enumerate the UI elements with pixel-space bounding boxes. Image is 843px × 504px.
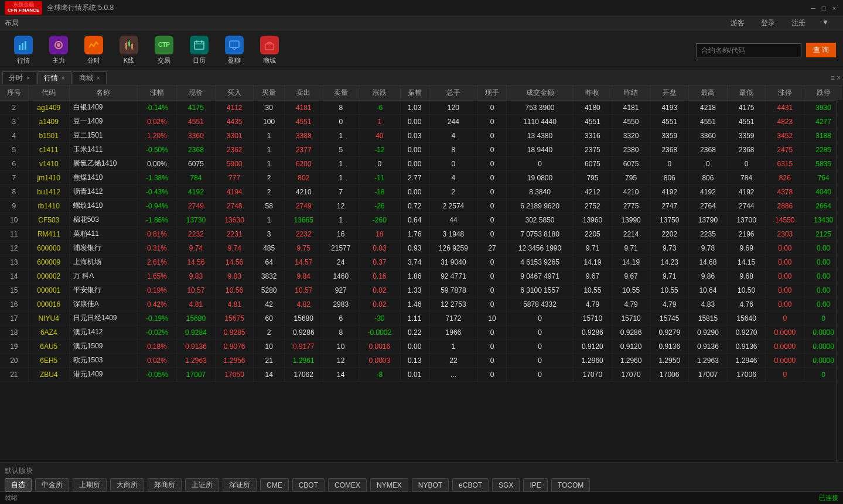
block-btn-ipe[interactable]: IPE [523, 478, 547, 492]
cell-16: 15745 [650, 311, 689, 325]
cell-17: 0.9136 [689, 340, 728, 354]
block-btn-shangQiSuo[interactable]: 上期所 [73, 478, 107, 492]
search-button[interactable]: 查 询 [806, 43, 836, 57]
block-btn-comex[interactable]: COMEX [328, 478, 367, 492]
col-header-17[interactable]: 最高 [689, 85, 728, 101]
table-row[interactable]: 5c1411玉米1411-0.50%23682362123775-120.008… [0, 143, 843, 157]
table-row[interactable]: 3a1409豆一14090.02%455144351004551010.0024… [0, 115, 843, 129]
col-header-19[interactable]: 涨停 [766, 85, 804, 101]
toolbar-item-chat[interactable]: 盈聊 [218, 33, 251, 68]
table-row[interactable]: 16000016深康佳A0.42%4.814.81424.8229830.021… [0, 297, 843, 311]
table-row[interactable]: 17NIYU4日元日经1409-0.19%156801567560156806-… [0, 311, 843, 325]
block-btn-shenZhengSuo[interactable]: 深证所 [223, 478, 257, 492]
cell-16: 17006 [650, 368, 689, 382]
cell-12: 0 [478, 297, 507, 311]
tab-tools[interactable]: ≡ × [831, 74, 841, 82]
tab-market-close[interactable]: × [62, 75, 65, 81]
block-btn-tocom[interactable]: TOCOM [551, 478, 590, 492]
tab-shop-close[interactable]: × [97, 75, 100, 81]
col-header-3[interactable]: 涨幅 [137, 85, 176, 101]
block-btn-ecbot[interactable]: eCBOT [452, 478, 489, 492]
tab-shop[interactable]: 商城 × [73, 71, 107, 84]
toolbar-item-calendar[interactable]: 日历 [183, 33, 216, 68]
table-row[interactable]: 196AU5澳元15090.18%0.91360.9076100.9177100… [0, 340, 843, 354]
cell-8: 12 [323, 354, 359, 368]
col-header-14[interactable]: 昨收 [574, 85, 612, 101]
cell-19: 14550 [766, 213, 804, 227]
block-btn-zhongJinSuo[interactable]: 中金所 [35, 478, 69, 492]
menu-login[interactable]: 登录 [761, 18, 775, 28]
block-btn-nymex[interactable]: NYMEX [370, 478, 408, 492]
toolbar-item-shop[interactable]: 商城 [253, 33, 286, 68]
menu-guest[interactable]: 游客 [731, 18, 745, 28]
col-header-8[interactable]: 卖量 [323, 85, 359, 101]
table-row[interactable]: 13600009上海机场2.61%14.5614.566414.57240.37… [0, 255, 843, 269]
cell-19: 4431 [766, 101, 804, 115]
table-row[interactable]: 11RM411菜粕4110.81%223222313223216181.763 … [0, 227, 843, 241]
block-btn-daShangSuo[interactable]: 大商所 [110, 478, 144, 492]
cell-13: 0 [506, 340, 573, 354]
col-header-4[interactable]: 现价 [177, 85, 216, 101]
col-header-6[interactable]: 买量 [254, 85, 284, 101]
toolbar-item-main[interactable]: 主力 [42, 33, 75, 68]
table-row[interactable]: 186AZ4澳元1412-0.02%0.92840.928520.92868-0… [0, 325, 843, 340]
col-header-9[interactable]: 涨跌 [359, 85, 400, 101]
calendar-icon [190, 36, 209, 54]
search-input[interactable] [696, 43, 801, 57]
table-row[interactable]: 7jm1410焦煤1410-1.38%78477728021-112.77401… [0, 171, 843, 185]
col-header-12[interactable]: 现手 [478, 85, 507, 101]
block-btn-cbot[interactable]: CBOT [292, 478, 325, 492]
maximize-button[interactable]: □ [820, 4, 828, 12]
cell-15: 6075 [612, 157, 650, 171]
close-button[interactable]: × [830, 4, 838, 12]
table-row[interactable]: 206EH5欧元15030.02%1.29631.2956211.2961120… [0, 354, 843, 368]
tab-minute-close[interactable]: × [26, 75, 30, 81]
minimize-button[interactable]: ─ [809, 4, 817, 12]
cell-5: 2748 [215, 199, 254, 213]
block-btn-sgx[interactable]: SGX [492, 478, 520, 492]
col-header-11[interactable]: 总手 [429, 85, 477, 101]
table-row[interactable]: 6v1410聚氯乙烯14100.00%6075590016200100.0000… [0, 157, 843, 171]
cell-19: 2303 [766, 227, 804, 241]
table-row[interactable]: 12600000浦发银行0.31%9.749.744859.75215770.0… [0, 241, 843, 255]
tab-market[interactable]: 行情 × [37, 71, 71, 84]
col-header-5[interactable]: 买入 [215, 85, 254, 101]
col-header-10[interactable]: 振幅 [400, 85, 429, 101]
table-row[interactable]: 4b1501豆二15011.20%33603301133881400.03401… [0, 129, 843, 143]
table-row[interactable]: 9rb1410螺纹1410-0.94%2749274858274912-260.… [0, 199, 843, 213]
menu-layout[interactable]: 布局 [5, 18, 19, 28]
table-row[interactable]: 8bu1412沥青1412-0.43%41924194242107-180.00… [0, 185, 843, 199]
toolbar-item-minute[interactable]: 分时 [77, 33, 110, 68]
tab-minute[interactable]: 分时 × [2, 71, 36, 84]
cell-7: 0.9286 [284, 325, 323, 340]
table-row[interactable]: 10CF503棉花503-1.86%13730136301136651-2600… [0, 213, 843, 227]
block-btn-zhengShangSuo[interactable]: 郑商所 [148, 478, 182, 492]
block-btn-custom[interactable]: 自选 [5, 478, 32, 492]
cell-10: 0.13 [400, 354, 429, 368]
menu-register[interactable]: 注册 [791, 18, 806, 28]
cell-10: 0.00 [400, 115, 429, 129]
col-header-1[interactable]: 代码 [28, 85, 69, 101]
table-row[interactable]: 14000002万 科A1.65%9.839.8338329.8414600.1… [0, 269, 843, 283]
cell-12: 0 [478, 199, 507, 213]
col-header-15[interactable]: 昨结 [612, 85, 650, 101]
col-header-16[interactable]: 开盘 [650, 85, 689, 101]
col-header-0[interactable]: 序号 [0, 85, 28, 101]
col-header-2[interactable]: 名称 [69, 85, 137, 101]
block-btn-nybot[interactable]: NYBOT [412, 478, 449, 492]
data-table-area[interactable]: 序号代码名称涨幅现价买入买量卖出卖量涨跌振幅总手现手成交金额昨收昨结开盘最高最低… [0, 85, 843, 457]
col-header-13[interactable]: 成交金额 [506, 85, 573, 101]
table-row[interactable]: 2ag1409白银1409-0.14%417541123041818-61.03… [0, 101, 843, 115]
toolbar-item-trade[interactable]: CTP 交易 [148, 33, 180, 68]
col-header-18[interactable]: 最低 [727, 85, 766, 101]
toolbar-item-kline[interactable]: K线 [112, 33, 145, 68]
menu-settings-icon[interactable]: ▼ [822, 18, 829, 28]
block-btn-cme[interactable]: CME [260, 478, 289, 492]
col-header-20[interactable]: 跌停 [804, 85, 843, 101]
table-row[interactable]: 21ZBU4港元1409-0.05%1700717050141706214-80… [0, 368, 843, 382]
col-header-7[interactable]: 卖出 [284, 85, 323, 101]
svg-point-4 [57, 43, 60, 47]
block-btn-shangZhengSuo[interactable]: 上证所 [185, 478, 219, 492]
table-row[interactable]: 15000001平安银行0.19%10.5710.56528010.579270… [0, 283, 843, 297]
toolbar-item-market[interactable]: 行情 [7, 33, 40, 68]
